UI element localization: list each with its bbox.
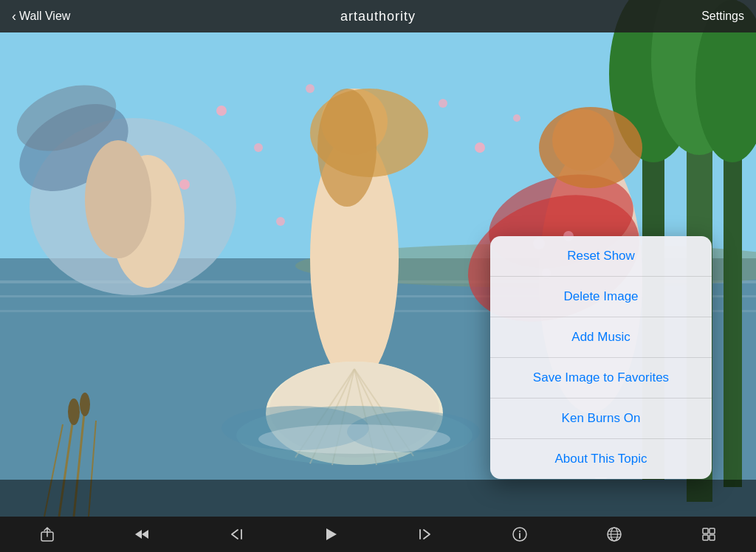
settings-button[interactable]: Settings	[701, 10, 744, 23]
svg-point-53	[68, 399, 80, 425]
app-container: ‹ Wall View artauthority Settings Reset …	[0, 0, 756, 552]
rewind-icon[interactable]	[126, 518, 158, 551]
back-step-icon[interactable]	[220, 518, 252, 551]
context-menu-popover: Reset Show Delete Image Add Music Save I…	[490, 236, 712, 479]
svg-rect-71	[709, 528, 715, 534]
forward-step-icon[interactable]	[409, 518, 441, 551]
svg-point-16	[85, 140, 151, 258]
svg-point-38	[254, 143, 263, 152]
app-title: artauthority	[340, 9, 416, 24]
svg-point-20	[317, 89, 377, 207]
svg-marker-58	[142, 530, 148, 539]
globe-icon[interactable]	[598, 518, 630, 551]
back-chevron-icon: ‹	[12, 9, 16, 24]
svg-point-40	[306, 84, 315, 93]
svg-marker-60	[326, 528, 337, 540]
svg-point-42	[475, 142, 485, 153]
svg-rect-70	[703, 528, 708, 534]
svg-marker-57	[135, 530, 142, 539]
play-icon[interactable]	[315, 518, 347, 551]
back-button[interactable]: ‹ Wall View	[12, 9, 70, 24]
svg-point-54	[80, 393, 90, 416]
menu-item-reset-show[interactable]: Reset Show	[490, 236, 712, 277]
svg-rect-55	[0, 480, 756, 517]
svg-point-41	[439, 99, 447, 108]
svg-point-36	[539, 107, 642, 188]
menu-item-about-topic[interactable]: About This Topic	[490, 439, 712, 479]
info-icon[interactable]	[504, 518, 536, 551]
grid-icon[interactable]	[693, 518, 725, 551]
menu-item-delete-image[interactable]: Delete Image	[490, 277, 712, 317]
bottom-toolbar	[0, 517, 756, 552]
menu-item-add-music[interactable]: Add Music	[490, 317, 712, 358]
share-icon[interactable]	[31, 518, 63, 551]
svg-point-39	[179, 179, 190, 190]
svg-point-37	[216, 106, 227, 116]
svg-rect-72	[703, 535, 708, 540]
svg-point-64	[519, 531, 520, 532]
svg-point-48	[258, 424, 450, 454]
svg-point-44	[276, 217, 285, 226]
svg-rect-73	[709, 535, 715, 540]
top-navigation-bar: ‹ Wall View artauthority Settings	[0, 0, 756, 32]
svg-point-43	[513, 114, 520, 122]
back-label: Wall View	[19, 10, 70, 23]
menu-item-ken-burns[interactable]: Ken Burns On	[490, 399, 712, 439]
menu-item-save-image[interactable]: Save Image to Favorites	[490, 358, 712, 399]
